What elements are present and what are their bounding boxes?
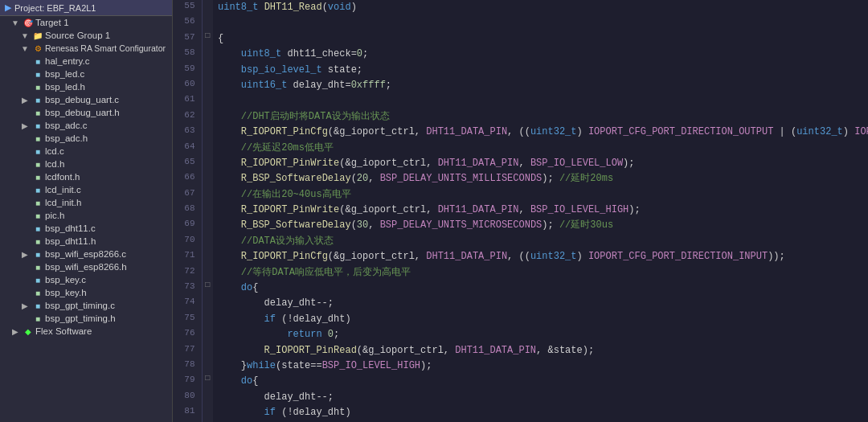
code-line: 65 R_IOPORT_PinWrite(&g_ioport_ctrl, DHT… xyxy=(173,156,868,171)
line-number: 77 xyxy=(173,343,202,358)
sidebar-item-hal_entryc[interactable]: ■ hal_entry.c xyxy=(0,55,172,68)
line-code[interactable]: R_IOPORT_PinCfg(&g_ioport_ctrl, DHT11_DA… xyxy=(213,125,868,140)
line-code[interactable]: delay_dht--; xyxy=(213,390,868,405)
sidebar-item-bsp_adcc[interactable]: ▶ ■ bsp_adc.c xyxy=(0,119,172,132)
line-number: 69 xyxy=(173,218,202,233)
code-line: 78 }while(state==BSP_IO_LEVEL_HIGH); xyxy=(173,358,868,374)
project-header[interactable]: ▶ Project: EBF_RA2L1 xyxy=(0,0,172,16)
sidebar-item-bsp_gpt_timingc[interactable]: ▶ ■ bsp_gpt_timing.c xyxy=(0,299,172,312)
line-code[interactable]: R_IOPORT_PinWrite(&g_ioport_ctrl, DHT11_… xyxy=(213,156,868,171)
sidebar-item-lcdc[interactable]: ■ lcd.c xyxy=(0,145,172,158)
code-line: 76 return 0; xyxy=(173,327,868,342)
sidebar-item-bsp_debug_uarth[interactable]: ■ bsp_debug_uart.h xyxy=(0,106,172,119)
line-code[interactable] xyxy=(213,15,868,31)
line-number: 73 xyxy=(173,281,202,296)
file-label: hal_entry.c xyxy=(45,56,89,66)
sidebar-item-bsp_adch[interactable]: ■ bsp_adc.h xyxy=(0,132,172,145)
line-code[interactable]: delay_dht--; xyxy=(213,296,868,311)
file-icon: ■ xyxy=(32,81,43,92)
sidebar-item-bsp_ledh[interactable]: ■ bsp_led.h xyxy=(0,80,172,93)
sidebar-item-target1[interactable]: ▼ 🎯 Target 1 xyxy=(0,16,172,29)
line-code[interactable]: //DHT启动时将DATA设为输出状态 xyxy=(213,109,868,125)
line-code[interactable]: }while(state==BSP_IO_LEVEL_HIGH); xyxy=(213,358,868,374)
line-marker xyxy=(202,93,213,109)
file-label: bsp_key.h xyxy=(45,288,87,297)
sidebar-item-bsp_dht11h[interactable]: ■ bsp_dht11.h xyxy=(0,235,172,248)
line-number: 60 xyxy=(173,78,202,93)
line-code[interactable]: return 0; xyxy=(213,327,868,342)
sidebar-item-source-group[interactable]: ▼ 📁 Source Group 1 xyxy=(0,29,172,42)
file-icon: ■ xyxy=(32,274,43,285)
line-number: 80 xyxy=(173,390,202,405)
code-line: 68 R_IOPORT_PinWrite(&g_ioport_ctrl, DHT… xyxy=(173,203,868,218)
line-number: 62 xyxy=(173,109,202,125)
sidebar-item-bsp_wifi_esp8266c[interactable]: ▶ ■ bsp_wifi_esp8266.c xyxy=(0,248,172,260)
source-group-expand-icon: ▼ xyxy=(19,30,31,41)
code-line: 58 uint8_t dht11_check=0; xyxy=(173,47,868,62)
line-marker: □ xyxy=(202,374,213,389)
line-number: 71 xyxy=(173,249,202,264)
file-icon: ■ xyxy=(32,287,43,298)
no-expand xyxy=(19,210,31,221)
line-code[interactable]: bsp_io_level_t state; xyxy=(213,63,868,78)
line-marker: □ xyxy=(202,281,213,296)
sidebar-item-bsp_keyh[interactable]: ■ bsp_key.h xyxy=(0,286,172,299)
code-line: 81 if (!delay_dht) xyxy=(173,405,868,420)
line-number: 79 xyxy=(173,374,202,389)
no-expand xyxy=(19,68,31,80)
sidebar-item-bsp_ledc[interactable]: ■ bsp_led.c xyxy=(0,68,172,80)
sidebar-item-lcd_initc[interactable]: ■ lcd_init.c xyxy=(0,183,172,196)
sidebar-item-flex-software[interactable]: ▶ ◆ Flex Software xyxy=(0,325,172,338)
file-icon: ■ xyxy=(32,55,43,67)
sidebar-item-bsp_debug_uartc[interactable]: ▶ ■ bsp_debug_uart.c xyxy=(0,93,172,106)
no-expand xyxy=(19,261,31,272)
line-number: 70 xyxy=(173,234,202,249)
code-line: 70 //DATA设为输入状态 xyxy=(173,234,868,249)
code-line: 66 R_BSP_SoftwareDelay(20, BSP_DELAY_UNI… xyxy=(173,171,868,186)
sidebar-item-smart-config[interactable]: ▼ ⚙ Renesas RA Smart Configurator xyxy=(0,42,172,55)
line-code[interactable]: R_IOPORT_PinWrite(&g_ioport_ctrl, DHT11_… xyxy=(213,203,868,218)
file-icon: ■ xyxy=(32,313,43,324)
line-number: 58 xyxy=(173,47,202,62)
line-code[interactable]: R_IOPORT_PinRead(&g_ioport_ctrl, DHT11_D… xyxy=(213,343,868,358)
line-code[interactable]: if (!delay_dht) xyxy=(213,405,868,420)
sidebar-item-bsp_wifi_esp8266h[interactable]: ■ bsp_wifi_esp8266.h xyxy=(0,260,172,273)
source-group-label: Source Group 1 xyxy=(45,31,110,40)
line-code[interactable]: //DATA设为输入状态 xyxy=(213,234,868,249)
no-expand xyxy=(19,55,31,67)
sidebar-item-bsp_keyc[interactable]: ■ bsp_key.c xyxy=(0,273,172,286)
sidebar-item-lcd_inith[interactable]: ■ lcd_init.h xyxy=(0,196,172,209)
line-code[interactable]: //等待DATA响应低电平，后变为高电平 xyxy=(213,265,868,281)
sidebar-item-bsp_dht11c[interactable]: ■ bsp_dht11.c xyxy=(0,222,172,235)
line-number: 55 xyxy=(173,0,202,15)
line-code[interactable]: { xyxy=(213,31,868,47)
line-code[interactable]: do{ xyxy=(213,374,868,389)
no-expand xyxy=(19,145,31,157)
sidebar-item-bsp_gpt_timingh[interactable]: ■ bsp_gpt_timing.h xyxy=(0,312,172,325)
file-icon: ■ xyxy=(32,94,43,105)
line-code[interactable]: R_IOPORT_PinCfg(&g_ioport_ctrl, DHT11_DA… xyxy=(213,249,868,264)
line-code[interactable]: uint16_t delay_dht=0xffff; xyxy=(213,78,868,93)
line-code[interactable]: uint8_t DHT11_Read(void) xyxy=(213,0,868,15)
sidebar-item-pich[interactable]: ■ pic.h xyxy=(0,209,172,222)
code-editor[interactable]: 55uint8_t DHT11_Read(void)56 57□{58 uint… xyxy=(173,0,868,422)
line-number: 63 xyxy=(173,125,202,140)
line-code[interactable]: uint8_t dht11_check=0; xyxy=(213,47,868,62)
line-marker xyxy=(202,171,213,186)
sidebar-item-lcdh[interactable]: ■ lcd.h xyxy=(0,158,172,170)
line-code[interactable]: //在输出20~40us高电平 xyxy=(213,187,868,203)
sidebar-item-lcdfonth[interactable]: ■ lcdfont.h xyxy=(0,170,172,183)
code-line: 73□ do{ xyxy=(173,281,868,296)
line-marker xyxy=(202,187,213,203)
code-line: 80 delay_dht--; xyxy=(173,390,868,405)
line-number: 66 xyxy=(173,171,202,186)
line-code[interactable]: R_BSP_SoftwareDelay(20, BSP_DELAY_UNITS_… xyxy=(213,171,868,186)
file-label: bsp_debug_uart.h xyxy=(45,108,120,117)
line-code[interactable]: if (!delay_dht) xyxy=(213,312,868,327)
line-code[interactable]: do{ xyxy=(213,281,868,296)
line-marker xyxy=(202,141,213,156)
line-code[interactable] xyxy=(213,93,868,109)
code-line: 77 R_IOPORT_PinRead(&g_ioport_ctrl, DHT1… xyxy=(173,343,868,358)
line-code[interactable]: R_BSP_SoftwareDelay(30, BSP_DELAY_UNITS_… xyxy=(213,218,868,233)
line-code[interactable]: //先延迟20ms低电平 xyxy=(213,141,868,156)
